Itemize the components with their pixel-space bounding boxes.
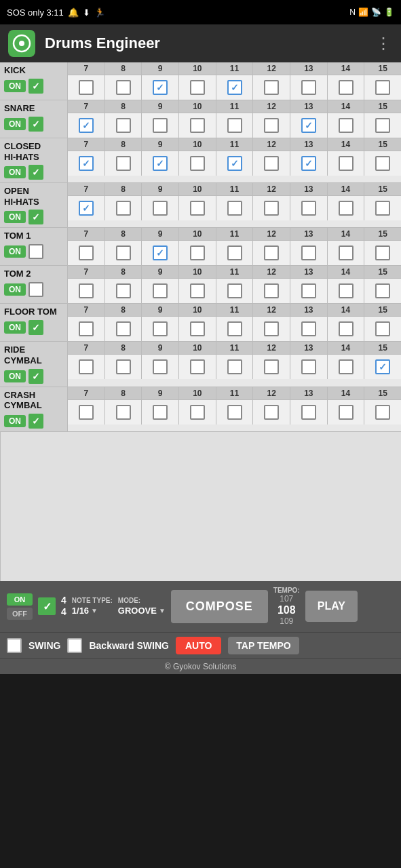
cell-5-7[interactable]: [328, 279, 365, 303]
cell-8-7[interactable]: [328, 400, 365, 425]
cell-0-2[interactable]: [142, 75, 179, 100]
on-btn-2[interactable]: ON: [4, 166, 26, 178]
cell-7-5[interactable]: [253, 355, 290, 379]
on-btn-6[interactable]: ON: [4, 321, 26, 334]
cell-5-5[interactable]: [253, 279, 290, 303]
row-check-3[interactable]: [28, 210, 43, 224]
cell-5-4[interactable]: [216, 279, 254, 303]
on-btn-8[interactable]: ON: [4, 415, 26, 427]
cell-2-7[interactable]: [328, 151, 365, 176]
swing-checkbox[interactable]: [7, 638, 22, 653]
cell-8-5[interactable]: [253, 400, 290, 425]
row-check-7[interactable]: [28, 369, 43, 384]
cell-8-6[interactable]: [290, 400, 328, 425]
cell-6-6[interactable]: [290, 317, 328, 341]
cell-8-8[interactable]: [364, 400, 401, 425]
cell-6-2[interactable]: [142, 317, 179, 341]
cell-1-3[interactable]: [179, 113, 216, 138]
cell-0-3[interactable]: [179, 75, 216, 100]
on-btn-3[interactable]: ON: [4, 211, 26, 223]
tap-tempo-button[interactable]: TAP TEMPO: [228, 637, 299, 654]
row-check-1[interactable]: [28, 117, 43, 132]
cell-6-5[interactable]: [253, 317, 290, 341]
row-check-6[interactable]: [28, 320, 43, 335]
compose-button[interactable]: COMPOSE: [171, 590, 268, 623]
cell-1-2[interactable]: [142, 113, 179, 138]
cell-7-2[interactable]: [142, 355, 179, 379]
cell-2-1[interactable]: [105, 151, 142, 176]
cell-4-1[interactable]: [105, 241, 142, 265]
cell-4-7[interactable]: [328, 241, 365, 265]
cell-0-1[interactable]: [105, 75, 142, 100]
cell-4-4[interactable]: [216, 241, 254, 265]
cell-3-7[interactable]: [328, 196, 365, 220]
cell-0-7[interactable]: [328, 75, 365, 100]
cell-4-2[interactable]: [142, 241, 179, 265]
cell-3-4[interactable]: [216, 196, 254, 220]
cell-1-4[interactable]: [216, 113, 254, 138]
cell-2-4[interactable]: [216, 151, 254, 176]
cell-6-4[interactable]: [216, 317, 254, 341]
cell-5-0[interactable]: [68, 279, 105, 303]
bottom-check-green[interactable]: [38, 597, 56, 615]
cell-6-7[interactable]: [328, 317, 365, 341]
cell-8-0[interactable]: [68, 400, 105, 425]
cell-5-1[interactable]: [105, 279, 142, 303]
cell-1-7[interactable]: [328, 113, 365, 138]
auto-button[interactable]: AUTO: [176, 637, 221, 654]
cell-3-1[interactable]: [105, 196, 142, 220]
cell-7-0[interactable]: [68, 355, 105, 379]
cell-6-0[interactable]: [68, 317, 105, 341]
note-arrow-icon[interactable]: ▼: [91, 607, 98, 614]
cell-1-0[interactable]: [68, 113, 105, 138]
cell-7-6[interactable]: [290, 355, 328, 379]
cell-7-8[interactable]: [364, 355, 401, 379]
row-check-4[interactable]: [28, 244, 43, 259]
cell-5-8[interactable]: [364, 279, 401, 303]
cell-4-3[interactable]: [179, 241, 216, 265]
cell-7-3[interactable]: [179, 355, 216, 379]
cell-3-6[interactable]: [290, 196, 328, 220]
cell-8-4[interactable]: [216, 400, 254, 425]
cell-6-1[interactable]: [105, 317, 142, 341]
cell-0-5[interactable]: [253, 75, 290, 100]
cell-7-7[interactable]: [328, 355, 365, 379]
cell-2-0[interactable]: [68, 151, 105, 176]
cell-1-1[interactable]: [105, 113, 142, 138]
cell-0-8[interactable]: [364, 75, 401, 100]
cell-3-3[interactable]: [179, 196, 216, 220]
cell-5-6[interactable]: [290, 279, 328, 303]
cell-4-6[interactable]: [290, 241, 328, 265]
on-button[interactable]: ON: [7, 593, 33, 606]
cell-8-1[interactable]: [105, 400, 142, 425]
cell-5-2[interactable]: [142, 279, 179, 303]
cell-1-8[interactable]: [364, 113, 401, 138]
play-button[interactable]: PLAY: [305, 591, 358, 622]
cell-3-0[interactable]: [68, 196, 105, 220]
on-btn-5[interactable]: ON: [4, 283, 26, 296]
cell-5-3[interactable]: [179, 279, 216, 303]
cell-4-0[interactable]: [68, 241, 105, 265]
cell-6-8[interactable]: [364, 317, 401, 341]
cell-3-5[interactable]: [253, 196, 290, 220]
mode-arrow-icon[interactable]: ▼: [159, 607, 166, 614]
row-check-8[interactable]: [28, 414, 43, 429]
cell-7-1[interactable]: [105, 355, 142, 379]
cell-6-3[interactable]: [179, 317, 216, 341]
menu-icon[interactable]: ⋮: [375, 34, 393, 53]
row-check-2[interactable]: [28, 165, 43, 180]
on-btn-4[interactable]: ON: [4, 245, 26, 258]
backward-swing-checkbox[interactable]: [67, 638, 82, 653]
cell-0-0[interactable]: [68, 75, 105, 100]
cell-2-2[interactable]: [142, 151, 179, 176]
cell-2-3[interactable]: [179, 151, 216, 176]
cell-2-6[interactable]: [290, 151, 328, 176]
cell-1-6[interactable]: [290, 113, 328, 138]
row-check-0[interactable]: [28, 79, 43, 94]
cell-3-2[interactable]: [142, 196, 179, 220]
cell-4-8[interactable]: [364, 241, 401, 265]
cell-2-5[interactable]: [253, 151, 290, 176]
cell-8-2[interactable]: [142, 400, 179, 425]
cell-1-5[interactable]: [253, 113, 290, 138]
off-button[interactable]: OFF: [7, 608, 33, 620]
